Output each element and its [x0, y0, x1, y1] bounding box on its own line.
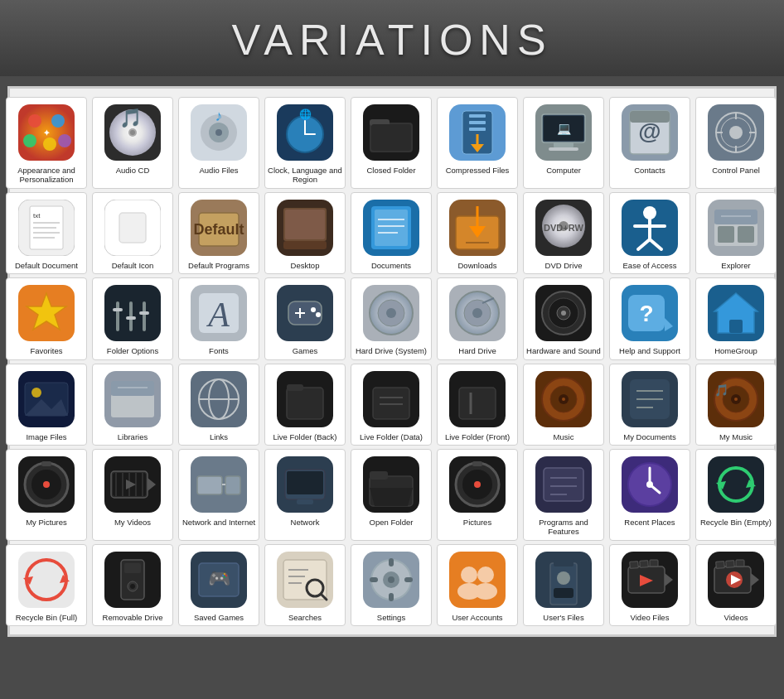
svg-rect-176 — [41, 461, 51, 466]
icon-cell-compressed[interactable]: Compressed Files — [437, 97, 518, 189]
svg-point-175 — [43, 481, 50, 488]
icon-cell-contacts[interactable]: @Contacts — [609, 97, 690, 189]
icon-cell-default-programs[interactable]: DefaultDefault Programs — [178, 192, 259, 274]
icon-cell-desktop[interactable]: Desktop — [264, 192, 346, 274]
icon-cell-clock[interactable]: 🌐Clock, Language and Region — [264, 97, 346, 189]
icon-image-open-folder — [361, 455, 421, 514]
icon-cell-documents[interactable]: Documents — [351, 192, 432, 274]
icon-cell-programs[interactable]: Programs and Features — [523, 449, 604, 541]
icon-cell-control-panel[interactable]: Control Panel — [695, 97, 777, 189]
svg-rect-28 — [469, 114, 486, 118]
icon-cell-searches[interactable]: Searches — [264, 544, 346, 626]
icon-cell-homegroup[interactable]: HomeGroup — [695, 277, 777, 359]
icon-cell-favorites[interactable]: Favorites — [6, 277, 87, 359]
icon-cell-open-folder[interactable]: Open Folder — [351, 449, 432, 541]
icon-cell-hw-sound[interactable]: Hardware and Sound — [523, 277, 604, 359]
icon-cell-explorer[interactable]: Explorer — [695, 192, 777, 274]
icon-cell-live-back[interactable]: Live Folder (Back) — [264, 364, 346, 446]
svg-point-120 — [472, 308, 482, 318]
icon-label-hard-drive: Hard Drive — [458, 346, 496, 355]
icon-cell-my-docs[interactable]: My Documents — [609, 364, 690, 446]
svg-point-46 — [729, 126, 743, 139]
svg-point-126 — [561, 311, 566, 316]
icon-cell-audio-files[interactable]: ♪Audio Files — [178, 97, 259, 189]
icon-image-folder-opts — [103, 283, 162, 343]
icon-image-settings — [361, 550, 421, 610]
icon-label-network: Network — [291, 518, 320, 527]
svg-rect-69 — [375, 210, 408, 246]
icon-image-saved-games: 🎮 — [189, 550, 249, 610]
icon-cell-users-files[interactable]: User's Files — [523, 544, 604, 626]
icon-label-image-files: Image Files — [26, 432, 66, 441]
icon-cell-removable[interactable]: Removable Drive — [92, 544, 173, 626]
svg-rect-242 — [404, 577, 413, 582]
icon-label-open-folder: Open Folder — [370, 518, 414, 527]
icon-cell-image-files[interactable]: Image Files — [6, 364, 87, 446]
icon-cell-folder-opts[interactable]: Folder Options — [92, 277, 173, 359]
icon-cell-network[interactable]: Network — [264, 449, 346, 541]
svg-rect-240 — [389, 593, 394, 601]
icon-cell-videos[interactable]: Videos — [695, 544, 777, 626]
icon-cell-my-videos[interactable]: My Videos — [92, 449, 173, 541]
icon-cell-dvd[interactable]: DVD+RWDVD Drive — [523, 192, 604, 274]
icon-image-contacts: @ — [620, 103, 680, 162]
svg-rect-91 — [714, 210, 757, 224]
icon-image-live-front — [448, 369, 507, 429]
icon-cell-video-files[interactable]: Video Files — [609, 544, 690, 626]
svg-rect-214 — [708, 456, 764, 513]
icon-cell-appearance[interactable]: ✦Appearance and Personalization — [6, 97, 87, 189]
icon-image-downloads — [448, 198, 507, 258]
icon-cell-hard-drive-sys[interactable]: Hard Drive (System) — [351, 277, 432, 359]
svg-rect-59 — [119, 213, 146, 243]
icon-cell-games[interactable]: Games — [264, 277, 346, 359]
svg-point-3 — [23, 134, 36, 147]
icon-cell-hard-drive[interactable]: Hard Drive — [437, 277, 518, 359]
icon-cell-audio-cd[interactable]: 🎵Audio CD — [92, 97, 173, 189]
icon-cell-libraries[interactable]: Libraries — [92, 364, 173, 446]
svg-rect-66 — [283, 241, 327, 249]
icon-cell-recycle-full[interactable]: Recycle Bin (Full) — [6, 544, 87, 626]
svg-point-244 — [461, 566, 477, 583]
icon-cell-computer[interactable]: 💻Computer — [523, 97, 604, 189]
svg-rect-252 — [554, 588, 573, 598]
icon-cell-pictures[interactable]: Pictures — [437, 449, 518, 541]
icon-image-recent — [620, 455, 680, 514]
icon-cell-ease-access[interactable]: Ease of Access — [609, 192, 690, 274]
icon-image-recycle-empty — [706, 455, 766, 514]
icon-cell-live-data[interactable]: Live Folder (Data) — [351, 364, 432, 446]
svg-text:?: ? — [639, 301, 653, 326]
icon-cell-closed-folder[interactable]: Closed Folder — [351, 97, 432, 189]
icon-cell-default-doc[interactable]: txtDefault Document — [6, 192, 87, 274]
icon-label-settings: Settings — [377, 613, 405, 622]
svg-text:🎮: 🎮 — [208, 567, 231, 590]
grid-container: ✦Appearance and Personalization🎵Audio CD… — [7, 86, 777, 637]
svg-point-251 — [557, 571, 570, 585]
svg-rect-222 — [124, 563, 141, 573]
icon-cell-network-internet[interactable]: Network and Internet — [178, 449, 259, 541]
icon-cell-settings[interactable]: Settings — [351, 544, 432, 626]
icon-cell-recycle-empty[interactable]: Recycle Bin (Empty) — [695, 449, 777, 541]
icon-cell-default-icon[interactable]: Default Icon — [92, 192, 173, 274]
icon-cell-live-front[interactable]: Live Folder (Front) — [437, 364, 518, 446]
icon-label-links: Links — [210, 432, 228, 441]
icon-cell-downloads[interactable]: Downloads — [437, 192, 518, 274]
icon-cell-links[interactable]: Links — [178, 364, 259, 446]
icon-label-compressed: Compressed Files — [446, 166, 510, 175]
svg-point-10 — [130, 130, 135, 135]
icon-cell-user-accounts[interactable]: User Accounts — [437, 544, 518, 626]
icon-cell-fonts[interactable]: AFonts — [178, 277, 259, 359]
icon-grid: ✦Appearance and Personalization🎵Audio CD… — [17, 97, 767, 626]
icon-label-default-doc: Default Document — [15, 261, 78, 270]
svg-rect-250 — [554, 558, 573, 566]
icon-cell-help[interactable]: ?Help and Support — [609, 277, 690, 359]
svg-point-5 — [58, 134, 71, 147]
icon-label-live-back: Live Folder (Back) — [273, 432, 336, 441]
svg-point-112 — [316, 312, 321, 317]
icon-cell-my-music[interactable]: 🎵My Music — [695, 364, 777, 446]
icon-cell-my-pictures[interactable]: My Pictures — [6, 449, 87, 541]
icon-cell-saved-games[interactable]: 🎮Saved Games — [178, 544, 259, 626]
icon-image-explorer — [706, 198, 766, 258]
icon-cell-recent[interactable]: Recent Places — [609, 449, 690, 541]
icon-cell-music[interactable]: Music — [523, 364, 604, 446]
svg-text:✦: ✦ — [43, 128, 51, 137]
